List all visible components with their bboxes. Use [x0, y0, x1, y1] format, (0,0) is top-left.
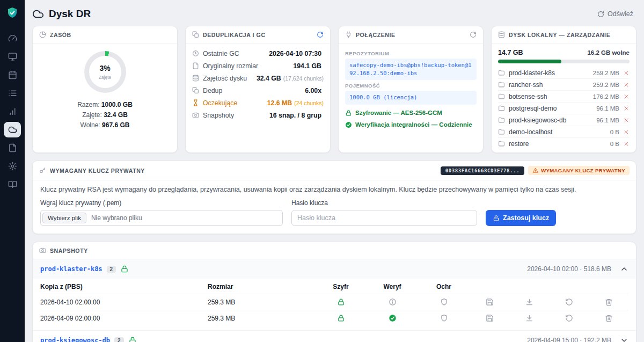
sidebar-item-machines[interactable] [4, 49, 21, 64]
choose-file-button[interactable]: Wybierz plik [42, 213, 86, 223]
page-title: Dysk DR [32, 8, 91, 20]
apply-key-button[interactable]: Zastosuj klucz [486, 210, 556, 226]
file-icon [192, 62, 199, 69]
sidebar-item-docs[interactable] [4, 177, 21, 192]
snapshot-group-header[interactable]: prod-klaster-k8s 2 2026-04-10 02:00 · 51… [33, 259, 636, 279]
resource-card: ZASÓB 3% Zajęte Razem: 1000.0 GB Zajęte:… [32, 26, 178, 153]
verification-status: Weryfikacja integralności — Codziennie [345, 121, 477, 128]
private-key-form: Wgraj klucz prywatny (.pem) Wybierz plik… [40, 199, 628, 226]
key-icon [39, 167, 46, 174]
calendar-icon [8, 70, 17, 79]
info-icon [389, 298, 397, 306]
unlock-icon [493, 215, 500, 222]
topbar: Dysk DR Odśwież [32, 0, 636, 26]
download-icon[interactable] [525, 314, 533, 322]
restore-icon[interactable] [565, 314, 573, 322]
gear-icon [8, 162, 17, 171]
usage-percent: 3% [99, 64, 112, 72]
lock-icon [345, 110, 352, 117]
trash-icon[interactable] [605, 298, 613, 306]
key-password-input[interactable] [291, 210, 477, 226]
gauge-icon [8, 34, 17, 43]
snapshot-size: 259.3 MB [208, 315, 315, 322]
disk-folder-row: postgresql-demo 96.1 MB [498, 103, 630, 114]
repository-label: REPOZYTORIUM [345, 50, 477, 56]
disk-folder-row: prod-klaster-k8s 259.2 MB [498, 67, 630, 79]
refresh-button[interactable]: Odśwież [594, 10, 636, 18]
restore-icon[interactable] [565, 298, 573, 306]
shield-icon[interactable] [440, 298, 448, 306]
book-icon [8, 180, 17, 189]
snapshots-card-title: SNAPSHOTY [50, 248, 88, 254]
monitor-icon [8, 52, 17, 61]
key-password-field: Hasło klucza [291, 199, 477, 226]
dedup-row-last-gc: Ostatnie GC 2026-04-10 07:30 [192, 47, 324, 60]
delete-folder-icon[interactable] [623, 129, 630, 135]
delete-folder-icon[interactable] [623, 82, 630, 88]
key-file-input[interactable]: Wybierz plik Nie wybrano pliku [40, 210, 283, 226]
sidebar-item-calendar[interactable] [4, 67, 21, 83]
sidebar-item-stats[interactable] [4, 104, 21, 119]
trash-icon[interactable] [605, 314, 613, 322]
local-disk-card-body: 14.7 GB 16.2 GB wolne prod-klaster-k8s 2… [492, 43, 636, 152]
disk-folder-row: rancher-ssh 259.2 MB [498, 79, 630, 91]
snapshot-group-name[interactable]: prod-klaster-k8s [40, 265, 103, 273]
file-empty-text: Nie wybrano pliku [88, 214, 142, 222]
folder-icon [498, 81, 505, 88]
delete-folder-icon[interactable] [623, 105, 630, 112]
sidebar-item-tasks[interactable] [4, 85, 21, 101]
snapshot-date: 2026-04-09 02:00:00 [40, 315, 208, 322]
database-icon [192, 75, 199, 82]
delete-folder-icon[interactable] [623, 93, 630, 100]
sidebar-item-reports[interactable] [4, 140, 21, 156]
dedup-card-header: DEDUPLIKACJA I GC [186, 26, 330, 43]
plug-icon [345, 31, 352, 38]
disk-used: 14.7 GB [498, 49, 523, 56]
chevron-up-icon[interactable] [620, 265, 628, 273]
app-root: Dysk DR Odśwież ZASÓB 3% Zajęte [0, 0, 644, 342]
folder-icon [498, 128, 505, 135]
snapshot-group-meta: 2026-04-10 02:00 · 518.6 MB [527, 265, 611, 273]
refresh-icon[interactable] [317, 31, 324, 38]
save-icon[interactable] [486, 314, 494, 322]
page-title-text: Dysk DR [49, 8, 91, 20]
disk-folder-row: demo-localhost 0 B [498, 126, 630, 138]
download-icon[interactable] [525, 298, 533, 306]
refresh-icon[interactable] [470, 31, 477, 38]
chevron-down-icon[interactable] [620, 336, 628, 342]
hourglass-icon [192, 99, 199, 106]
usage-donut-center: 3% Zajęte [99, 64, 112, 81]
local-disk-card: DYSK LOKALNY — ZARZĄDZANIE 14.7 GB 16.2 … [491, 26, 636, 153]
folder-icon [498, 105, 505, 112]
delete-folder-icon[interactable] [623, 117, 630, 123]
pie-chart-icon [39, 31, 46, 38]
sidebar-item-disk-dr[interactable] [4, 122, 21, 137]
dedup-card: DEDUPLIKACJA I GC Ostatnie GC 2026-04-10… [185, 26, 331, 153]
private-key-card-body: Klucz prywatny RSA jest wymagany do prze… [33, 180, 636, 234]
warning-icon [532, 168, 538, 173]
delete-folder-icon[interactable] [623, 70, 630, 76]
snapshot-row: 2026-04-10 02:00:00 259.3 MB [40, 294, 628, 310]
list-icon [8, 89, 17, 98]
encryption-status: Szyfrowanie — AES-256-GCM [345, 110, 477, 117]
lock-icon [128, 336, 137, 342]
sidebar-item-settings[interactable] [4, 158, 21, 174]
key-fingerprint: 0D383FAC16668CD3E778... [441, 166, 524, 175]
app-logo [6, 6, 19, 19]
snapshot-group-header[interactable]: prod-ksiegowosc-db 2 2026-04-09 15:00 · … [33, 331, 636, 342]
key-password-label: Hasło klucza [291, 199, 477, 207]
save-icon[interactable] [486, 298, 494, 306]
delete-folder-icon[interactable] [623, 141, 630, 147]
sidebar-item-dashboard[interactable] [4, 31, 21, 46]
cloud-icon [8, 125, 17, 134]
disk-usage-bar [498, 60, 630, 63]
private-key-description: Klucz prywatny RSA jest wymagany do prze… [40, 186, 628, 193]
snapshots-card-header: SNAPSHOTY [33, 242, 636, 259]
connection-card-title: POŁĄCZENIE [356, 32, 396, 38]
snapshot-table-header: Kopia z (PBS) Rozmiar Szyfr Weryf Ochr [40, 279, 628, 294]
refresh-label: Odśwież [608, 10, 633, 18]
shield-icon[interactable] [440, 314, 448, 322]
key-required-badge: WYMAGANY KLUCZ PRYWATNY [528, 166, 630, 175]
repository-value: safecopy-demo-ibs@pbs!backup-token@192.1… [345, 59, 477, 80]
folder-icon [498, 93, 505, 100]
